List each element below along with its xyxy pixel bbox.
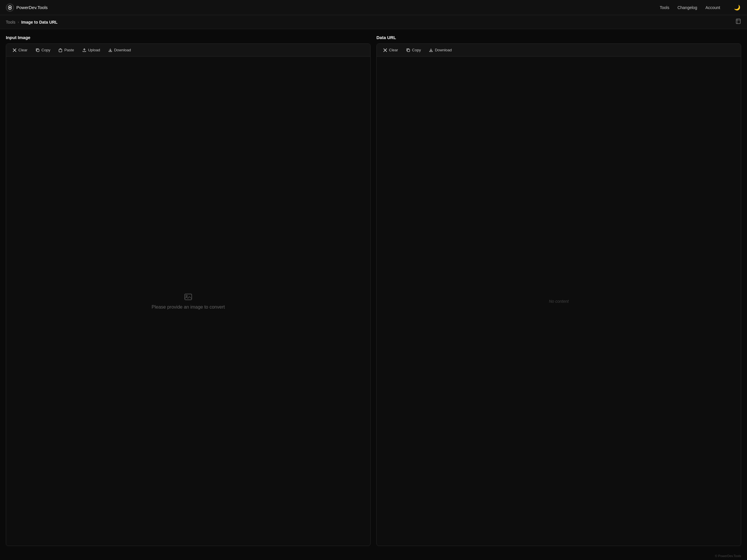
breadcrumb: Tools › Image to Data URL bbox=[6, 20, 57, 25]
input-empty-state: Please provide an image to convert bbox=[152, 293, 225, 310]
input-panel-body[interactable]: Please provide an image to convert bbox=[6, 57, 370, 546]
output-copy-button[interactable]: Copy bbox=[403, 46, 424, 54]
paste-icon bbox=[58, 48, 62, 52]
input-toolbar: Clear Copy Paste bbox=[6, 44, 370, 57]
output-clear-button[interactable]: Clear bbox=[380, 46, 402, 54]
copy-icon bbox=[35, 48, 40, 52]
x-icon bbox=[12, 48, 17, 52]
input-panel-container: Clear Copy Paste bbox=[6, 44, 370, 546]
input-copy-button[interactable]: Copy bbox=[32, 46, 54, 54]
theme-toggle-button[interactable]: 🌙 bbox=[733, 3, 741, 12]
output-panel-body: No content bbox=[377, 57, 741, 546]
breadcrumb-bar: Tools › Image to Data URL bbox=[0, 15, 747, 29]
svg-rect-7 bbox=[185, 294, 192, 300]
logo-area: PowerDev.Tools bbox=[6, 3, 660, 12]
breadcrumb-parent[interactable]: Tools bbox=[6, 20, 16, 25]
footer: © PowerDev.Tools bbox=[0, 552, 747, 560]
input-empty-text: Please provide an image to convert bbox=[152, 304, 225, 310]
download-icon-output bbox=[429, 48, 433, 52]
output-panel: Data URL Clear Copy bbox=[377, 35, 741, 546]
nav-account[interactable]: Account bbox=[705, 5, 720, 10]
nav-changelog[interactable]: Changelog bbox=[677, 5, 697, 10]
svg-rect-6 bbox=[59, 49, 62, 52]
input-panel: Input Image Clear Copy bbox=[6, 35, 370, 546]
x-icon-output bbox=[383, 48, 387, 52]
image-placeholder-icon bbox=[184, 293, 192, 301]
output-panel-container: Clear Copy Download bbox=[377, 44, 741, 546]
svg-rect-2 bbox=[736, 19, 740, 24]
output-toolbar: Clear Copy Download bbox=[377, 44, 741, 57]
svg-rect-5 bbox=[37, 49, 39, 52]
svg-point-8 bbox=[186, 295, 187, 297]
input-panel-title: Input Image bbox=[6, 35, 370, 40]
copy-icon-output bbox=[406, 48, 410, 52]
input-paste-button[interactable]: Paste bbox=[55, 46, 77, 54]
svg-rect-11 bbox=[407, 49, 410, 52]
input-download-button[interactable]: Download bbox=[105, 46, 134, 54]
download-icon bbox=[108, 48, 112, 52]
nav-tools[interactable]: Tools bbox=[660, 5, 669, 10]
main-content: Input Image Clear Copy bbox=[0, 29, 747, 552]
svg-point-1 bbox=[9, 7, 11, 8]
breadcrumb-separator: › bbox=[18, 20, 19, 24]
documentation-icon[interactable] bbox=[735, 18, 741, 26]
nav-links: Tools Changelog Account 🌙 bbox=[660, 3, 741, 12]
output-no-content: No content bbox=[549, 299, 569, 303]
input-clear-button[interactable]: Clear bbox=[9, 46, 31, 54]
output-download-button[interactable]: Download bbox=[426, 46, 455, 54]
app-logo-text: PowerDev.Tools bbox=[16, 5, 48, 10]
book-icon bbox=[735, 18, 741, 24]
output-panel-title: Data URL bbox=[377, 35, 741, 40]
logo-icon bbox=[6, 3, 14, 12]
footer-text: © PowerDev.Tools bbox=[715, 554, 741, 558]
upload-icon bbox=[82, 48, 86, 52]
input-upload-button[interactable]: Upload bbox=[79, 46, 104, 54]
top-navigation: PowerDev.Tools Tools Changelog Account 🌙 bbox=[0, 0, 747, 15]
breadcrumb-current: Image to Data URL bbox=[21, 20, 57, 25]
